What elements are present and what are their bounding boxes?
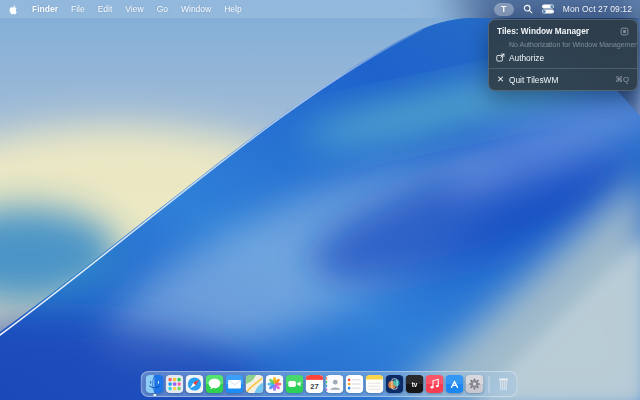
music-icon bbox=[426, 375, 444, 393]
search-icon[interactable] bbox=[523, 4, 533, 14]
iphone-mirroring-icon bbox=[386, 375, 404, 393]
dock-item-photos[interactable] bbox=[266, 375, 284, 393]
maps-icon bbox=[246, 375, 264, 393]
contacts-icon bbox=[326, 375, 344, 393]
settings-icon bbox=[466, 375, 484, 393]
messages-icon bbox=[206, 375, 224, 393]
dock-item-calendar[interactable]: 27 bbox=[306, 375, 324, 393]
dock-item-launchpad[interactable] bbox=[166, 375, 184, 393]
close-x-icon: ✕ bbox=[496, 75, 505, 84]
notes-icon bbox=[366, 375, 384, 393]
dock-item-tv[interactable]: tv bbox=[406, 375, 424, 393]
svg-text:27: 27 bbox=[310, 382, 318, 391]
launchpad-icon bbox=[166, 375, 184, 393]
menu-edit[interactable]: Edit bbox=[98, 4, 113, 14]
apple-icon bbox=[8, 4, 19, 15]
menu-file[interactable]: File bbox=[71, 4, 85, 14]
dock-item-facetime[interactable] bbox=[286, 375, 304, 393]
menu-window[interactable]: Window bbox=[181, 4, 211, 14]
running-indicator bbox=[153, 394, 156, 397]
mail-icon bbox=[226, 375, 244, 393]
menu-item-shortcut: ⌘Q bbox=[615, 75, 629, 84]
dock-item-appstore[interactable] bbox=[446, 375, 464, 393]
menu-help[interactable]: Help bbox=[224, 4, 241, 14]
safari-icon bbox=[186, 375, 204, 393]
finder-icon bbox=[146, 375, 164, 393]
appstore-icon bbox=[446, 375, 464, 393]
calendar-icon: 27 bbox=[306, 375, 324, 393]
menu-go[interactable]: Go bbox=[157, 4, 168, 14]
menu-item-no-authorization: No Authorization for Window Management bbox=[489, 39, 637, 50]
control-center-icon[interactable] bbox=[542, 4, 554, 14]
reminders-icon bbox=[346, 375, 364, 393]
tiles-dropdown-menu: Tiles: Window Manager No Authorization f… bbox=[488, 19, 638, 91]
menu-view[interactable]: View bbox=[125, 4, 143, 14]
menu-bar: FinderFileEditViewGoWindowHelp T Mon Oct… bbox=[0, 0, 640, 18]
dock-item-finder[interactable] bbox=[146, 375, 164, 393]
dock-item-mail[interactable] bbox=[226, 375, 244, 393]
facetime-icon bbox=[286, 375, 304, 393]
desktop: FinderFileEditViewGoWindowHelp T Mon Oct… bbox=[0, 0, 640, 400]
dock-item-iphone-mirroring[interactable] bbox=[386, 375, 404, 393]
svg-text:tv: tv bbox=[412, 381, 418, 388]
dock-item-music[interactable] bbox=[426, 375, 444, 393]
menu-separator bbox=[489, 68, 637, 69]
dock-item-reminders[interactable] bbox=[346, 375, 364, 393]
menu-item-label: Authorize bbox=[509, 53, 544, 63]
menu-item-label: Quit TilesWM bbox=[509, 75, 558, 85]
menu-bar-status: T Mon Oct 27 09:12 bbox=[494, 3, 632, 16]
dock-item-notes[interactable] bbox=[366, 375, 384, 393]
trash-icon bbox=[495, 375, 513, 393]
tiles-menu-header: Tiles: Window Manager bbox=[489, 23, 637, 39]
menu-bar-clock[interactable]: Mon Oct 27 09:12 bbox=[563, 4, 632, 14]
menu-finder[interactable]: Finder bbox=[32, 4, 58, 14]
dock-item-settings[interactable] bbox=[466, 375, 484, 393]
dock: 27tv bbox=[141, 371, 518, 397]
app-menu-items: FinderFileEditViewGoWindowHelp bbox=[32, 4, 242, 14]
photos-icon bbox=[266, 375, 284, 393]
tiles-menu-title: Tiles: Window Manager bbox=[497, 26, 589, 36]
tv-icon: tv bbox=[406, 375, 424, 393]
dock-item-trash[interactable] bbox=[495, 375, 513, 393]
dock-item-messages[interactable] bbox=[206, 375, 224, 393]
tiles-menu-bar-button[interactable]: T bbox=[494, 3, 514, 16]
dock-item-maps[interactable] bbox=[246, 375, 264, 393]
menu-item-quit-tileswm[interactable]: ✕ Quit TilesWM ⌘Q bbox=[489, 72, 637, 87]
panel-indicator-icon[interactable] bbox=[620, 27, 629, 36]
authorize-arrow-icon bbox=[496, 53, 505, 62]
dock-item-contacts[interactable] bbox=[326, 375, 344, 393]
menu-item-authorize[interactable]: Authorize bbox=[489, 50, 637, 65]
dock-item-safari[interactable] bbox=[186, 375, 204, 393]
dock-separator bbox=[489, 376, 490, 393]
apple-menu[interactable] bbox=[8, 4, 19, 15]
